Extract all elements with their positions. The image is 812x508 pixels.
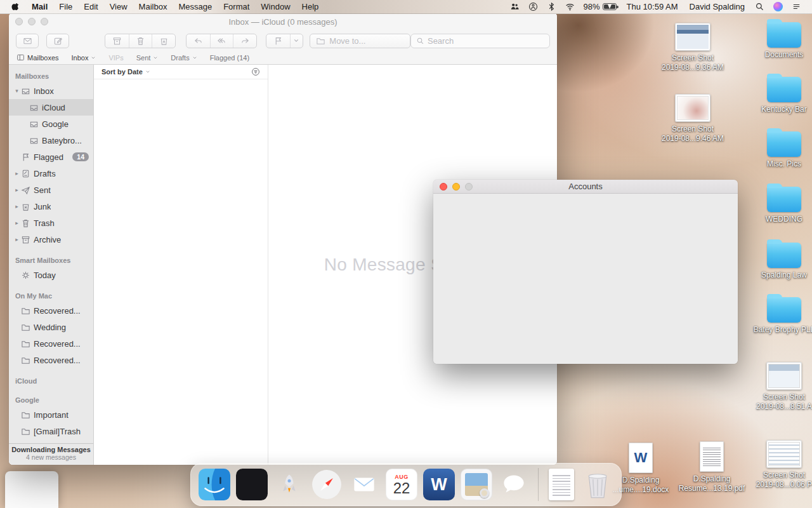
desktop-icon-misc-pics[interactable]: Misc. Pics <box>757 127 811 169</box>
minimize-button[interactable] <box>28 18 36 25</box>
apple-menu[interactable] <box>8 2 26 11</box>
disclosure-closed-icon[interactable]: ▸ <box>13 203 21 210</box>
sidebar-item-recovered-1[interactable]: Recovered... <box>9 302 93 319</box>
junk-button[interactable] <box>152 34 175 48</box>
apple-logo-icon <box>11 2 20 11</box>
flag-menu-button[interactable] <box>290 34 303 48</box>
sidebar-item-flagged[interactable]: Flagged 14 <box>9 149 93 165</box>
favorites-drafts[interactable]: Drafts <box>171 54 197 62</box>
favorites-sent[interactable]: Sent <box>136 54 159 62</box>
sidebar-item-trash[interactable]: ▸ Trash <box>9 215 93 231</box>
sidebar-item-recovered-3[interactable]: Recovered... <box>9 352 93 368</box>
icon-label: D.Spalding <box>679 474 745 484</box>
zoom-button[interactable] <box>41 18 48 25</box>
close-button[interactable] <box>15 18 23 25</box>
sort-by-date-button[interactable]: Sort by Date <box>102 68 143 76</box>
trash-dock-icon[interactable] <box>582 469 613 500</box>
menu-view[interactable]: View <box>104 0 133 14</box>
battery-indicator[interactable]: 98% <box>579 2 621 11</box>
sidebar-item-bateybro-inbox[interactable]: Bateybro... <box>9 132 93 149</box>
calendar-dock-icon[interactable]: AUG 22 <box>386 469 417 500</box>
sidebar-item-gmail-trash[interactable]: [Gmail]Trash <box>9 423 93 439</box>
accessibility-icon[interactable] <box>524 2 542 11</box>
menu-file[interactable]: File <box>53 0 78 14</box>
spotlight-icon[interactable] <box>750 2 769 11</box>
reply-all-button[interactable] <box>210 34 233 48</box>
mailbox-actions-group <box>105 34 176 48</box>
sidebar-item-sent[interactable]: ▸ Sent <box>9 182 93 198</box>
accounts-titlebar[interactable]: Accounts <box>433 180 738 194</box>
people-menu-extra-icon[interactable] <box>506 2 524 11</box>
sidebar-item-junk[interactable]: ▸ Junk <box>9 198 93 215</box>
mail-titlebar[interactable]: Inbox — iCloud (0 messages) <box>9 13 557 30</box>
disclosure-closed-icon[interactable]: ▸ <box>13 187 21 193</box>
wifi-icon[interactable] <box>561 2 579 11</box>
menu-clock[interactable]: Thu 10:59 AM <box>621 0 684 14</box>
filter-icon[interactable] <box>251 67 260 76</box>
desktop-icon-screenshot-1[interactable]: Screen Shot2019-08...9.36 AM <box>666 23 719 72</box>
minimize-button[interactable] <box>452 183 460 190</box>
preview-dock-icon[interactable] <box>461 469 492 500</box>
sidebar-item-inbox[interactable]: ▾ Inbox <box>9 83 93 99</box>
siri-dock-icon[interactable] <box>236 469 268 500</box>
folder-icon <box>21 339 30 349</box>
menu-message[interactable]: Message <box>173 0 218 14</box>
menu-app-mail[interactable]: Mail <box>26 0 53 14</box>
sidebar-item-drafts[interactable]: ▸ Drafts <box>9 165 93 182</box>
desktop-icon-spalding-law[interactable]: Spalding Law <box>757 238 811 280</box>
compose-button[interactable] <box>46 34 69 48</box>
menu-window[interactable]: Window <box>255 0 296 14</box>
disclosure-closed-icon[interactable]: ▸ <box>13 236 21 243</box>
desktop-icon-pdf-doc[interactable]: D.SpaldingResume...13.19.pdf <box>681 439 742 493</box>
sidebar-item-today[interactable]: Today <box>9 267 93 283</box>
menu-edit[interactable]: Edit <box>78 0 103 14</box>
close-button[interactable] <box>440 183 447 190</box>
sidebar-item-icloud-inbox[interactable]: iCloud <box>9 99 93 116</box>
search-input[interactable]: Search <box>410 34 550 48</box>
desktop-icon-wedding[interactable]: WEDDING <box>757 182 811 224</box>
background-window[interactable] <box>5 471 58 508</box>
menu-help[interactable]: Help <box>296 0 325 14</box>
desktop-icon-documents[interactable]: Documents <box>757 18 811 60</box>
menu-format[interactable]: Format <box>218 0 255 14</box>
delete-button[interactable] <box>129 34 152 48</box>
sidebar-item-wedding[interactable]: Wedding <box>9 319 93 335</box>
flag-button[interactable] <box>266 34 290 48</box>
notification-center-icon[interactable] <box>787 2 806 11</box>
siri-menu-icon[interactable] <box>769 2 787 11</box>
launchpad-dock-icon[interactable] <box>273 469 305 500</box>
reply-button[interactable] <box>187 34 210 48</box>
desktop-icon-screenshot-2[interactable]: Screen Shot2019-08...9.46 AM <box>666 94 719 144</box>
desktop-icon-screenshot-3[interactable]: Screen Shot2019-08...8.51 A <box>757 362 811 411</box>
menu-mailbox[interactable]: Mailbox <box>133 0 173 14</box>
forward-button[interactable] <box>233 34 256 48</box>
disclosure-closed-icon[interactable]: ▸ <box>13 170 21 177</box>
favorites-flagged[interactable]: Flagged (14) <box>210 54 249 62</box>
desktop-icon-screenshot-4[interactable]: Screen Shot2019-08...0.06 P <box>757 440 811 490</box>
messages-dock-icon[interactable] <box>498 469 530 500</box>
sidebar-item-archive[interactable]: ▸ Archive <box>9 231 93 248</box>
favorites-mailboxes[interactable]: Mailboxes <box>16 53 59 62</box>
menu-user-name[interactable]: David Spalding <box>684 0 750 14</box>
move-to-button[interactable]: Move to... <box>310 34 410 48</box>
desktop-icon-batey-brophy[interactable]: Batey Brophy PLL <box>757 293 811 335</box>
favorites-inbox[interactable]: Inbox <box>72 54 96 62</box>
safari-dock-icon[interactable] <box>311 469 343 500</box>
archive-button[interactable] <box>105 34 129 48</box>
favorites-vips[interactable]: VIPs <box>108 54 123 62</box>
get-mail-button[interactable] <box>16 34 39 48</box>
desktop-icon-kentucky-bar[interactable]: Kentucky Bar <box>757 72 811 114</box>
word-dock-icon[interactable]: W <box>423 469 455 500</box>
folder-icon <box>21 306 30 316</box>
mail-dock-icon[interactable] <box>348 469 380 500</box>
sidebar-item-google-inbox[interactable]: Google <box>9 116 93 132</box>
sidebar-item-important[interactable]: Important <box>9 406 93 423</box>
disclosure-open-icon[interactable]: ▾ <box>13 88 21 94</box>
sidebar-item-recovered-2[interactable]: Recovered... <box>9 335 93 352</box>
bluetooth-icon[interactable] <box>542 2 561 11</box>
disclosure-closed-icon[interactable]: ▸ <box>13 220 21 226</box>
inbox-icon <box>21 86 30 96</box>
move-to-label: Move to... <box>329 36 365 46</box>
finder-dock-icon[interactable] <box>199 469 230 500</box>
document-dock-icon[interactable] <box>549 469 574 500</box>
